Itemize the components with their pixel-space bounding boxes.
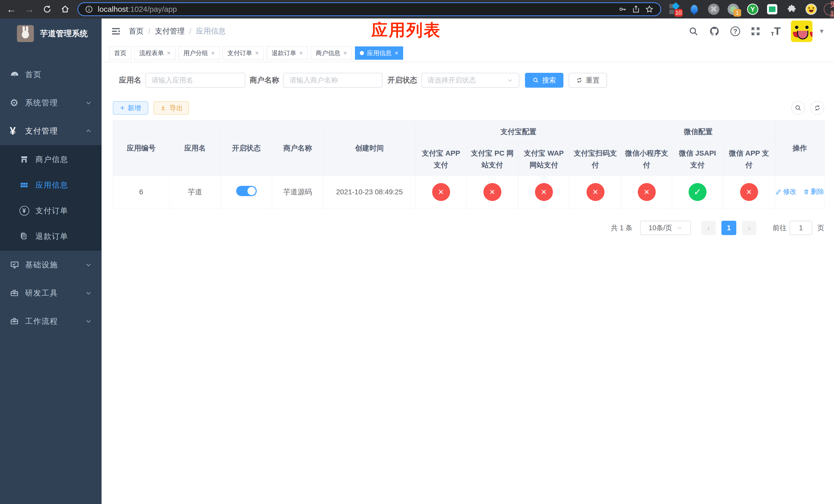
merchant-name-input[interactable] [283,73,382,88]
page-size-select[interactable]: 10条/页 [640,221,691,235]
sidebar-item-home[interactable]: 首页 [0,61,102,89]
help-icon[interactable]: ? [730,26,740,36]
tab-process-form[interactable]: 流程表单× [134,46,175,60]
sidebar-item-dev-tools[interactable]: 研发工具 [0,279,102,307]
plus-icon: + [120,104,125,112]
tags-view-bar: 首页 流程表单× 用户分组× 支付订单× 退款订单× 商户信息× 应用信息× [102,44,834,62]
tab-home[interactable]: 首页 [109,46,131,60]
chevron-down-icon [85,318,92,324]
search-icon[interactable] [688,26,699,37]
browser-update-button[interactable]: 更新 [824,3,834,15]
tab-user-group[interactable]: 用户分组× [178,46,220,60]
status-label: 开启状态 [388,75,417,85]
command-extension-icon[interactable]: ⌘ [708,3,720,15]
sidebar-item-app-info[interactable]: 应用信息 [0,172,102,198]
app-name-input[interactable] [146,73,245,88]
sidebar-item-merchant-info[interactable]: 商户信息 [0,147,102,172]
github-icon[interactable] [709,26,720,37]
fullscreen-icon[interactable] [750,26,761,37]
col-header-wechat-mini: 微信小程序支付 [621,143,672,176]
current-page-button[interactable]: 1 [721,221,736,235]
search-button[interactable]: 搜索 [525,73,564,88]
chat-extension-icon[interactable] [766,3,778,15]
browser-home-button[interactable] [60,4,71,15]
sidebar-item-refund-order[interactable]: 退款订单 [0,224,102,249]
chevron-down-icon [85,99,92,106]
close-icon[interactable]: × [395,49,398,56]
col-header-alipay-pc: 支付宝 PC 网站支付 [466,143,518,176]
app-table: 应用编号 应用名 开启状态 商户名称 创建时间 支付宝配置 微信配置 操作 支付… [113,120,825,208]
app-logo[interactable]: 芋道管理系统 [0,19,102,48]
browser-forward-button[interactable]: → [24,4,35,15]
browser-back-button[interactable]: ← [6,4,17,15]
emoji-profile-avatar[interactable] [805,3,817,15]
filter-form: 应用名 商户名称 开启状态 请选择开启状态 搜索 重置 [119,73,824,88]
password-key-icon[interactable] [618,5,627,14]
close-icon[interactable]: × [299,49,303,56]
breadcrumb-payment[interactable]: 支付管理 [155,26,185,37]
bookmark-star-icon[interactable] [645,5,654,14]
col-header-alipay-wap: 支付宝 WAP 网站支付 [518,143,570,176]
status-circle-icon: × [535,183,553,201]
prev-page-button[interactable]: ‹ [701,221,716,235]
export-button[interactable]: 导出 [154,101,189,115]
status-toggle[interactable] [236,186,257,196]
close-icon[interactable]: × [255,49,259,56]
cell-alipay-app: × [416,176,466,208]
add-button[interactable]: + 新增 [113,101,148,115]
top-navbar: 首页 / 支付管理 / 应用信息 应用列表 ? тT ▼ [102,19,834,44]
toggle-search-button[interactable] [791,101,805,115]
url-text[interactable]: localhost:1024/pay/app [98,5,614,14]
tab-refund-order[interactable]: 退款订单× [267,46,308,60]
sidebar-item-payment[interactable]: ¥ 支付管理 [0,117,102,145]
tab-merchant-info[interactable]: 商户信息× [311,46,352,60]
close-icon[interactable]: × [167,49,171,56]
page-title-annotation: 应用列表 [371,19,441,41]
site-info-icon[interactable] [85,5,93,13]
refresh-table-button[interactable] [810,101,824,115]
font-size-icon[interactable]: тT [771,26,781,37]
extensions-puzzle-icon[interactable] [786,3,797,15]
search-icon [532,77,539,84]
status-select[interactable]: 请选择开启状态 [421,73,519,88]
sidebar: 芋道管理系统 首页 ⚙ 系统管理 ¥ 支付管理 [0,19,102,504]
sidebar-item-infrastructure[interactable]: 基础设施 [0,251,102,279]
breadcrumb-home[interactable]: 首页 [129,26,144,37]
yen-icon: ¥ [10,125,22,137]
sidebar-item-pay-order[interactable]: ¥ 支付订单 [0,198,102,224]
next-page-button[interactable]: › [742,221,756,235]
edit-link[interactable]: 修改 [775,187,796,196]
avatar-caret-icon[interactable]: ▼ [819,28,825,35]
user-avatar[interactable] [791,21,812,42]
col-header-name: 应用名 [170,121,221,176]
delete-link[interactable]: 删除 [803,187,824,196]
sidebar-item-workflow[interactable]: 工作流程 [0,307,102,335]
balloon-extension-icon[interactable] [688,3,700,15]
profile-extension-icon[interactable]: 1 [727,3,739,15]
cell-wechat-jsapi: ✓ [672,176,723,208]
browser-reload-button[interactable] [42,4,53,15]
edit-pencil-icon [775,189,782,195]
y-extension-icon[interactable]: Y [747,3,759,15]
trash-icon [803,189,809,195]
address-bar[interactable]: localhost:1024/pay/app [78,2,661,16]
tab-app-info[interactable]: 应用信息× [355,46,403,60]
close-icon[interactable]: × [344,49,347,56]
goto-page-input[interactable] [790,221,812,235]
reset-button[interactable]: 重置 [569,73,607,88]
pin-badge: 10 [675,9,683,17]
close-icon[interactable]: × [211,49,215,56]
pin-extension-icon[interactable]: 10 [669,3,681,15]
chevron-up-icon [85,128,92,134]
page-content: 应用名 商户名称 开启状态 请选择开启状态 搜索 重置 [102,73,834,250]
col-header-wechat-jsapi: 微信 JSAPI 支付 [672,143,723,176]
chevron-down-icon [85,261,92,268]
tab-pay-order[interactable]: 支付订单× [223,46,264,60]
share-icon[interactable] [632,5,640,14]
home-icon [61,5,70,14]
status-circle-icon: ✓ [688,183,706,201]
sidebar-item-system[interactable]: ⚙ 系统管理 [0,89,102,117]
payment-submenu: 商户信息 应用信息 ¥ 支付订单 退款订单 [0,145,102,251]
cell-merchant: 芋道源码 [272,176,323,208]
sidebar-collapse-icon[interactable] [111,26,121,37]
